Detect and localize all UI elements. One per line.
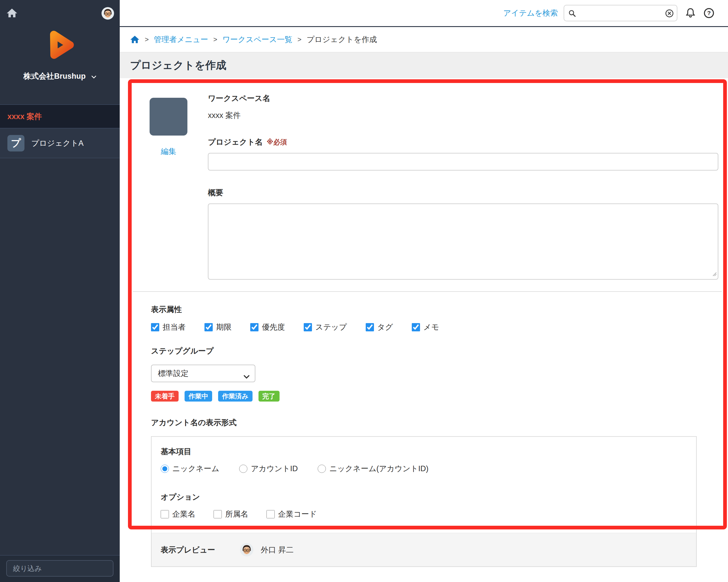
- checkbox[interactable]: [266, 510, 275, 518]
- step-group-label: ステップグループ: [151, 346, 728, 356]
- attr-checkbox-tantousha[interactable]: 担当者: [151, 322, 186, 332]
- page-title: プロジェクトを作成: [130, 58, 226, 73]
- preview-account-name: 外口 昇二: [261, 545, 294, 555]
- step-badge: 未着手: [151, 391, 179, 401]
- display-attrs-label: 表示属性: [151, 304, 728, 314]
- account-display-label: アカウント名の表示形式: [151, 417, 728, 428]
- app-root: 株式会社Brushup xxxx 案件 プ プロジェクトA アイテムを検索: [0, 0, 728, 582]
- breadcrumb-current: プロジェクトを作成: [307, 34, 377, 45]
- breadcrumb-separator: >: [297, 35, 302, 44]
- option-checkbox-company-code[interactable]: 企業コード: [266, 509, 317, 519]
- help-icon[interactable]: ?: [704, 8, 714, 19]
- display-preview-row: 表示プレビュー: [152, 533, 696, 566]
- checkbox[interactable]: [250, 323, 259, 331]
- breadcrumb-link-admin-menu[interactable]: 管理者メニュー: [154, 34, 208, 45]
- company-name: 株式会社Brushup: [23, 72, 85, 80]
- sidebar: 株式会社Brushup xxxx 案件 プ プロジェクトA: [0, 0, 120, 582]
- preview-avatar: [240, 543, 254, 557]
- checkbox[interactable]: [205, 323, 213, 331]
- breadcrumb: > 管理者メニュー > ワークスペース一覧 > プロジェクトを作成: [120, 27, 728, 52]
- step-badge: 作業中: [185, 391, 212, 401]
- breadcrumb-separator: >: [213, 35, 217, 44]
- filter-input[interactable]: [6, 560, 113, 577]
- checkbox[interactable]: [304, 323, 312, 331]
- project-name-input[interactable]: [208, 153, 718, 170]
- attr-checkbox-tag[interactable]: タグ: [366, 322, 393, 332]
- radio[interactable]: [239, 465, 248, 473]
- title-band: プロジェクトを作成: [120, 52, 728, 78]
- workspace-thumbnail: [150, 98, 187, 136]
- breadcrumb-separator: >: [145, 35, 149, 44]
- basic-options-row: ニックネーム アカウントID ニックネーム(アカウントID): [161, 464, 687, 474]
- home-icon[interactable]: [6, 7, 18, 19]
- search-input[interactable]: [579, 8, 662, 18]
- radio-nickname[interactable]: ニックネーム: [161, 464, 219, 474]
- user-avatar[interactable]: [101, 7, 114, 20]
- sidebar-project-label: プロジェクトA: [31, 138, 84, 148]
- checkbox[interactable]: [213, 510, 222, 518]
- content: 編集 ワークスペース名 xxxx 案件 プロジェクト名 ※必須 概要: [120, 78, 728, 581]
- workspace-name-value: xxxx 案件: [208, 110, 718, 120]
- breadcrumb-link-workspace-list[interactable]: ワークスペース一覧: [223, 34, 292, 45]
- display-preview-label: 表示プレビュー: [161, 545, 240, 555]
- form-top-section: 編集 ワークスペース名 xxxx 案件 プロジェクト名 ※必須 概要: [120, 78, 728, 280]
- brushup-logo-icon: [43, 29, 77, 63]
- attachments-section: 添付ファイル クリックしてファイルを選択。またはここにファイルをドロップ。: [120, 567, 728, 582]
- edit-thumbnail-link[interactable]: 編集: [150, 146, 187, 157]
- attr-checkbox-kigen[interactable]: 期限: [205, 322, 232, 332]
- sidebar-footer: [0, 555, 120, 582]
- option-checkbox-department[interactable]: 所属名: [213, 509, 248, 519]
- step-group-selected-value: 標準設定: [158, 368, 188, 379]
- basic-items-label: 基本項目: [161, 446, 687, 457]
- overview-label: 概要: [208, 188, 718, 198]
- topbar: アイテムを検索 ?: [120, 0, 728, 27]
- breadcrumb-home-icon[interactable]: [130, 35, 140, 44]
- step-badges: 未着手 作業中 作業済み 完了: [151, 391, 728, 401]
- account-display-box: 基本項目 ニックネーム アカウントID: [151, 436, 697, 567]
- company-selector[interactable]: 株式会社Brushup: [0, 71, 120, 81]
- required-badge: ※必須: [267, 138, 287, 147]
- chevron-down-icon: [243, 372, 250, 381]
- display-attrs-row: 担当者 期限 優先度 ステップ: [151, 322, 728, 332]
- project-name-label: プロジェクト名: [208, 137, 263, 147]
- checkbox[interactable]: [161, 510, 169, 518]
- step-badge: 完了: [259, 391, 280, 401]
- sidebar-item-workspace[interactable]: xxxx 案件: [0, 104, 120, 129]
- svg-text:?: ?: [707, 10, 711, 16]
- clear-search-icon[interactable]: [665, 9, 674, 19]
- options-row: 企業名 所属名 企業コード: [161, 509, 687, 519]
- attr-checkbox-memo[interactable]: メモ: [412, 322, 439, 332]
- sidebar-workspace-label: xxxx 案件: [7, 111, 42, 121]
- option-checkbox-company[interactable]: 企業名: [161, 509, 196, 519]
- project-initial-badge: プ: [7, 135, 24, 151]
- form-bottom-section: 表示属性 担当者 期限 優先度: [120, 292, 728, 567]
- notifications-bell-icon[interactable]: [685, 7, 696, 19]
- overview-textarea[interactable]: [208, 203, 718, 280]
- radio[interactable]: [161, 465, 169, 473]
- workspace-name-label: ワークスペース名: [208, 93, 718, 104]
- main-area: アイテムを検索 ? > 管理者メニュー >: [120, 0, 728, 582]
- chevron-down-icon: [91, 72, 97, 80]
- checkbox[interactable]: [151, 323, 159, 331]
- sidebar-item-project[interactable]: プ プロジェクトA: [0, 129, 120, 158]
- attr-checkbox-yusendo[interactable]: 優先度: [250, 322, 285, 332]
- step-group-select[interactable]: 標準設定: [151, 365, 255, 382]
- attr-checkbox-step[interactable]: ステップ: [304, 322, 347, 332]
- step-badge: 作業済み: [218, 391, 253, 401]
- checkbox[interactable]: [366, 323, 374, 331]
- radio-account-id[interactable]: アカウントID: [239, 464, 298, 474]
- radio[interactable]: [318, 465, 326, 473]
- search-box: [564, 5, 677, 21]
- radio-nickname-account-id[interactable]: ニックネーム(アカウントID): [318, 464, 428, 474]
- options-label: オプション: [161, 492, 687, 502]
- search-icon: [568, 9, 576, 19]
- checkbox[interactable]: [412, 323, 420, 331]
- search-items-link[interactable]: アイテムを検索: [503, 8, 558, 18]
